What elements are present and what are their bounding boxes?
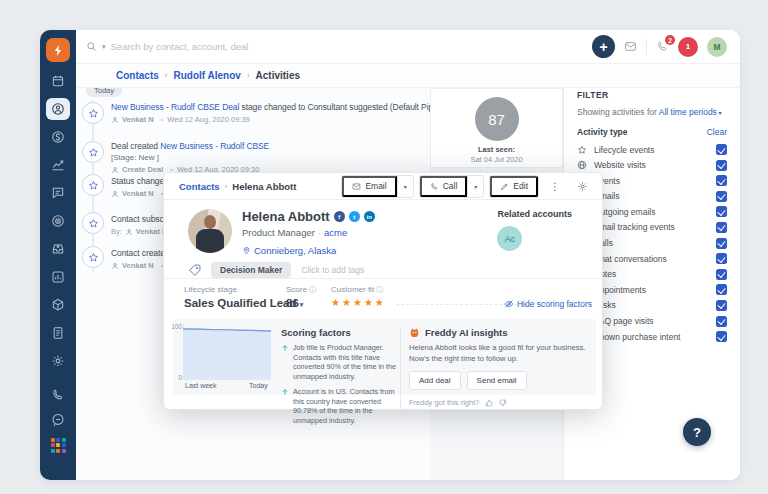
search-input[interactable]	[111, 41, 351, 52]
checkbox[interactable]	[716, 175, 727, 186]
tag-chip[interactable]: Decision Maker	[211, 262, 291, 278]
email-caret-button[interactable]: ▾	[397, 176, 413, 197]
sidebar	[40, 30, 76, 480]
freshsales-logo[interactable]	[46, 38, 70, 62]
customer-fit-label: Customer fit	[331, 285, 374, 294]
timeline-item: New Business - Rudolf CBSE Deal stage ch…	[111, 102, 441, 124]
checkbox[interactable]	[716, 238, 727, 249]
search-scope-caret[interactable]: ▾	[102, 43, 106, 51]
call-notifications-button[interactable]: 2	[656, 40, 669, 53]
add-tags-field[interactable]: Click to add tags	[301, 265, 364, 275]
sidebar-item-reports[interactable]	[46, 266, 70, 288]
checkbox[interactable]	[716, 144, 727, 155]
contact-summary: Helena Abbott f t in Product Manager·acm…	[164, 200, 602, 279]
modal-settings-button[interactable]	[571, 177, 594, 195]
insights-panel: 100 0 Last week Today Scoring factors Jo…	[173, 319, 596, 395]
star-icon	[88, 147, 99, 158]
facebook-icon[interactable]: f	[334, 211, 345, 222]
filter-item[interactable]: Lifecycle events	[577, 144, 727, 155]
checkbox[interactable]	[716, 206, 727, 217]
breadcrumb-activities: Activities	[256, 70, 300, 81]
contacts-icon	[51, 102, 65, 116]
company-link[interactable]: acme	[324, 227, 347, 238]
tag-icon	[188, 264, 201, 277]
freddy-icon	[409, 327, 420, 338]
sidebar-chat-button[interactable]	[46, 411, 70, 429]
star-icon	[577, 145, 587, 155]
filter-item[interactable]: Website visits	[577, 160, 727, 171]
thumbs-down-icon[interactable]	[499, 399, 507, 407]
modal-breadcrumb-contacts[interactable]: Contacts	[179, 181, 220, 192]
clear-filters-link[interactable]: Clear	[707, 127, 727, 137]
checkbox[interactable]	[716, 191, 727, 202]
breadcrumb-contacts[interactable]: Contacts	[116, 70, 159, 81]
checkbox[interactable]	[716, 222, 727, 233]
lifecycle-row: Lifecycle stage Sales Qualified Lead ▾ S…	[164, 279, 602, 318]
deal-link[interactable]: New Business - Rudolf CBSE	[160, 141, 269, 151]
person-icon	[111, 166, 119, 174]
call-button[interactable]: Call	[420, 176, 468, 197]
checkbox[interactable]	[716, 269, 727, 280]
sidebar-item-dashboard[interactable]	[46, 210, 70, 232]
apps-launcher-button[interactable]	[46, 436, 70, 454]
checkbox[interactable]	[716, 331, 727, 342]
activity-type-label: Activity type	[577, 127, 628, 137]
score-trend-chart: 100 0 Last week Today	[183, 324, 271, 384]
lifecycle-event-marker	[82, 141, 104, 163]
sidebar-item-contacts[interactable]	[46, 98, 70, 120]
target-icon	[51, 214, 65, 228]
gear-icon	[51, 354, 65, 368]
breadcrumb-contact-name[interactable]: Rudolf Alenov	[173, 70, 240, 81]
sidebar-item-settings[interactable]	[46, 350, 70, 372]
help-button[interactable]: ?	[683, 418, 711, 446]
checkbox[interactable]	[716, 253, 727, 264]
freddy-title: Freddy AI insights	[425, 327, 508, 338]
sidebar-item-inbox[interactable]	[46, 238, 70, 260]
cube-icon	[51, 298, 65, 312]
topbar-divider	[646, 39, 647, 55]
sidebar-item-calendar[interactable]	[46, 70, 70, 92]
contact-location-link[interactable]: Connieberg, Alaska	[242, 245, 336, 256]
more-options-button[interactable]: ⋮	[544, 177, 566, 195]
sidebar-item-conversations[interactable]	[46, 182, 70, 204]
x-axis-start-label: Last week	[185, 382, 217, 389]
checkbox[interactable]	[716, 160, 727, 171]
search-icon[interactable]	[86, 41, 97, 52]
lifecycle-event-marker	[82, 102, 104, 124]
thumbs-up-icon[interactable]	[485, 399, 493, 407]
related-account-avatar[interactable]: Ac	[497, 226, 522, 251]
sidebar-item-products[interactable]	[46, 294, 70, 316]
notifications-button[interactable]: 1	[678, 37, 698, 57]
time-period-dropdown[interactable]: All time periods	[659, 107, 722, 117]
checkbox[interactable]	[716, 316, 727, 327]
envelope-icon	[352, 182, 361, 191]
sidebar-item-documents[interactable]	[46, 322, 70, 344]
edit-button[interactable]: Edit	[490, 176, 538, 197]
call-caret-button[interactable]: ▾	[467, 176, 483, 197]
linkedin-icon[interactable]: in	[364, 211, 375, 222]
sidebar-phone-button[interactable]	[46, 386, 70, 404]
add-deal-button[interactable]: Add deal	[409, 371, 461, 390]
twitter-icon[interactable]: t	[349, 211, 360, 222]
email-button[interactable]: Email	[342, 176, 396, 197]
checkbox[interactable]	[716, 300, 727, 311]
send-email-button[interactable]: Send email	[467, 371, 527, 390]
inbox-icon	[51, 242, 65, 256]
checkbox[interactable]	[716, 284, 727, 295]
deal-link[interactable]: New Business - Rudolf CBSE Deal	[111, 102, 239, 112]
sidebar-item-deals[interactable]	[46, 126, 70, 148]
quick-add-button[interactable]: +	[592, 35, 615, 58]
email-inbox-button[interactable]	[624, 40, 637, 53]
calendar-icon	[51, 74, 65, 88]
edit-button-group: Edit	[489, 175, 539, 198]
info-icon[interactable]: ⓘ	[309, 286, 316, 293]
star-icon	[88, 180, 99, 191]
scoring-factors: Scoring factors Job title is Product Man…	[281, 327, 401, 426]
sidebar-item-analytics[interactable]	[46, 154, 70, 176]
lifecycle-event-marker	[82, 212, 104, 234]
location-pin-icon	[242, 246, 251, 255]
user-avatar[interactable]: M	[707, 37, 727, 57]
hide-scoring-factors-link[interactable]: Hide scoring factors	[504, 299, 592, 309]
info-icon[interactable]: ⓘ	[376, 286, 383, 293]
eye-off-icon	[504, 299, 514, 309]
